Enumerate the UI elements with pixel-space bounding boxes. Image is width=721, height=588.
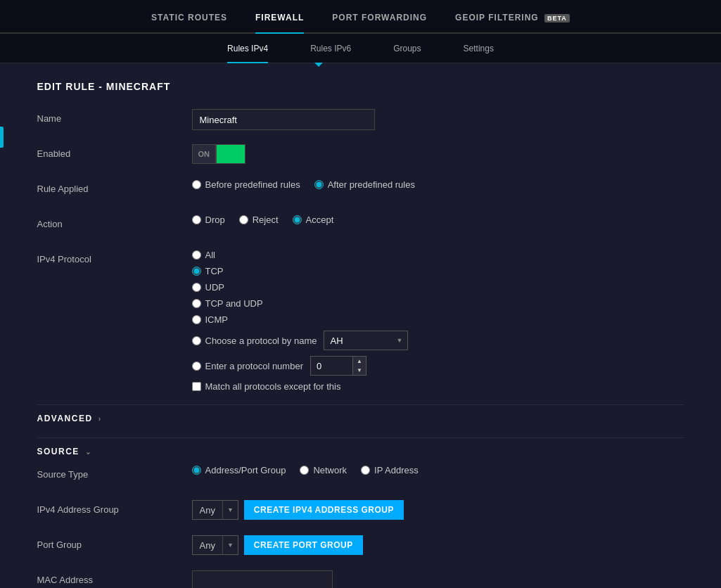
src-ip-option[interactable]: IP Address (361, 465, 419, 475)
action-row: Action Drop Reject Accept (37, 215, 684, 237)
create-port-group-button[interactable]: CREATE PORT GROUP (244, 535, 363, 555)
ipv4-group-chevron-icon[interactable]: ▼ (222, 501, 238, 519)
proto-all-row: All (192, 250, 409, 260)
proto-icmp-row: ICMP (192, 314, 409, 325)
nav-static-routes[interactable]: STATIC ROUTES (151, 13, 227, 34)
proto-tcp-radio[interactable] (192, 267, 201, 276)
proto-tcpudp-option[interactable]: TCP and UDP (192, 298, 263, 309)
rule-applied-label: Rule Applied (37, 179, 192, 194)
proto-udp-radio[interactable] (192, 283, 201, 292)
action-drop-radio[interactable] (192, 215, 201, 224)
proto-by-number-radio[interactable] (192, 362, 201, 371)
proto-all-label: All (205, 250, 215, 260)
proto-name-select[interactable]: AH ESP GRE IGMP OSPF (324, 331, 408, 350)
proto-match-all-row: Match all protocols except for this (192, 381, 409, 392)
proto-udp-label: UDP (205, 282, 224, 293)
ipv4-group-label: IPv4 Address Group (37, 500, 192, 515)
proto-by-number-row: Enter a protocol number ▲ ▼ (192, 356, 409, 376)
sub-navigation: Rules IPv4 Rules IPv6 Groups Settings (0, 34, 721, 63)
action-reject-option[interactable]: Reject (239, 215, 279, 225)
subnav-rules-ipv4[interactable]: Rules IPv4 (227, 44, 268, 63)
source-section-header[interactable]: SOURCE ⌄ (37, 437, 684, 465)
proto-by-name-label: Choose a protocol by name (205, 335, 317, 346)
proto-match-all-option[interactable]: Match all protocols except for this (192, 381, 341, 392)
proto-tcp-label: TCP (205, 266, 224, 276)
proto-number-down[interactable]: ▼ (353, 366, 366, 375)
rule-applied-radio-group: Before predefined rules After predefined… (192, 179, 415, 190)
port-group-control: Any ▼ CREATE PORT GROUP (192, 535, 684, 555)
enabled-control: ON (192, 144, 684, 164)
action-accept-radio[interactable] (293, 215, 302, 224)
nav-firewall[interactable]: FIREWALL (255, 13, 304, 34)
create-ipv4-group-button[interactable]: CREATE IPV4 ADDRESS GROUP (244, 500, 404, 520)
source-type-row: Source Type Address/Port Group Network I… (37, 465, 684, 487)
rule-before-radio[interactable] (192, 180, 201, 189)
action-drop-option[interactable]: Drop (192, 215, 225, 225)
rule-before-option[interactable]: Before predefined rules (192, 179, 300, 190)
port-group-label: Port Group (37, 535, 192, 550)
src-ip-radio[interactable] (361, 466, 370, 475)
action-drop-label: Drop (205, 215, 225, 225)
proto-name-select-wrapper: AH ESP GRE IGMP OSPF (324, 331, 408, 350)
proto-match-all-checkbox[interactable] (192, 382, 201, 391)
ipv4-group-value: Any (193, 505, 222, 516)
action-control: Drop Reject Accept (192, 215, 684, 225)
action-radio-group: Drop Reject Accept (192, 215, 334, 225)
ipv4-group-select-wrapper: Any ▼ (192, 500, 238, 520)
enabled-label: Enabled (37, 144, 192, 159)
name-input[interactable] (192, 109, 375, 130)
src-network-radio[interactable] (300, 466, 309, 475)
protocol-list: All TCP UDP (192, 250, 409, 392)
proto-udp-row: UDP (192, 282, 409, 293)
subnav-groups[interactable]: Groups (393, 44, 421, 63)
proto-number-input[interactable] (310, 356, 352, 376)
src-address-port-radio[interactable] (192, 466, 201, 475)
mac-address-label: MAC Address (37, 570, 192, 585)
src-address-port-label: Address/Port Group (205, 465, 286, 475)
proto-all-radio[interactable] (192, 250, 201, 260)
mac-address-input[interactable] (192, 570, 333, 588)
advanced-label: ADVANCED (37, 414, 93, 423)
proto-tcpudp-label: TCP and UDP (205, 298, 263, 309)
proto-udp-option[interactable]: UDP (192, 282, 224, 293)
toggle-container: ON (192, 144, 246, 164)
rule-after-radio[interactable] (314, 180, 324, 189)
source-chevron-icon: ⌄ (85, 448, 92, 456)
toggle-switch[interactable] (216, 144, 245, 164)
proto-number-up[interactable]: ▲ (353, 357, 366, 366)
page-title: EDIT RULE - MINECRAFT (37, 81, 684, 92)
subnav-rules-ipv6[interactable]: Rules IPv6 (310, 44, 351, 63)
proto-icmp-radio[interactable] (192, 315, 201, 324)
ipv4-group-row: IPv4 Address Group Any ▼ CREATE IPV4 ADD… (37, 500, 684, 523)
proto-by-number-option[interactable]: Enter a protocol number (192, 361, 303, 371)
proto-by-name-option[interactable]: Choose a protocol by name (192, 335, 317, 346)
rule-after-option[interactable]: After predefined rules (314, 179, 415, 190)
advanced-section-header[interactable]: ADVANCED › (37, 404, 684, 432)
rule-before-label: Before predefined rules (205, 179, 300, 190)
port-group-row: Port Group Any ▼ CREATE PORT GROUP (37, 535, 684, 558)
port-group-chevron-icon[interactable]: ▼ (222, 536, 238, 554)
proto-tcpudp-radio[interactable] (192, 299, 201, 308)
main-content: EDIT RULE - MINECRAFT Name Enabled ON Ru… (16, 67, 706, 588)
beta-badge: BETA (544, 14, 570, 23)
action-reject-label: Reject (253, 215, 279, 225)
top-navigation: STATIC ROUTES FIREWALL PORT FORWARDING G… (0, 0, 721, 34)
proto-all-option[interactable]: All (192, 250, 215, 260)
ipv4-group-control: Any ▼ CREATE IPV4 ADDRESS GROUP (192, 500, 684, 520)
rule-after-label: After predefined rules (328, 179, 415, 190)
proto-icmp-option[interactable]: ICMP (192, 314, 229, 325)
action-reject-radio[interactable] (239, 215, 248, 224)
src-address-port-option[interactable]: Address/Port Group (192, 465, 286, 475)
nav-geoip-filtering[interactable]: GEOIP FILTERING BETA (455, 13, 570, 34)
action-accept-label: Accept (306, 215, 334, 225)
enabled-row: Enabled ON (37, 144, 684, 167)
src-network-option[interactable]: Network (300, 465, 347, 475)
nav-port-forwarding[interactable]: PORT FORWARDING (332, 13, 427, 34)
src-ip-label: IP Address (374, 465, 419, 475)
rule-applied-row: Rule Applied Before predefined rules Aft… (37, 179, 684, 202)
toggle-on-label: ON (192, 144, 217, 164)
subnav-settings[interactable]: Settings (464, 44, 494, 63)
proto-by-name-radio[interactable] (192, 336, 201, 345)
action-accept-option[interactable]: Accept (293, 215, 334, 225)
proto-tcp-option[interactable]: TCP (192, 266, 224, 276)
